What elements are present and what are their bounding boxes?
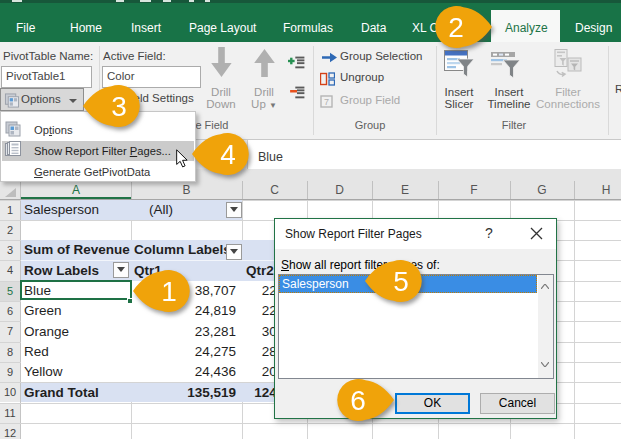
svg-text:2: 2	[448, 12, 464, 43]
svg-text:7: 7	[324, 97, 329, 107]
svg-text:4: 4	[220, 139, 236, 170]
svg-text:3: 3	[111, 91, 127, 122]
svg-text:5: 5	[393, 266, 409, 297]
svg-text:6: 6	[350, 385, 366, 416]
svg-text:1: 1	[161, 276, 177, 307]
